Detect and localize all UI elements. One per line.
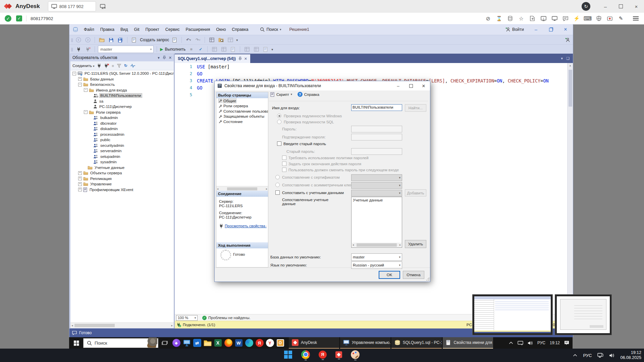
connect-dropdown[interactable]: Соединить ▾ (72, 64, 94, 68)
host-pinned-chrome[interactable] (301, 350, 310, 361)
host-pinned-paint[interactable] (351, 350, 360, 361)
feedback-icon[interactable] (565, 38, 570, 42)
draw-icon[interactable]: ✎ (618, 15, 624, 22)
tree-item[interactable]: diskadmin (70, 126, 174, 132)
disconnect-icon[interactable] (84, 46, 92, 53)
pinned-app-ybrowser[interactable]: Y (265, 337, 275, 349)
session-tab[interactable]: 808 177 902 (48, 1, 96, 11)
navigate-back-icon[interactable] (75, 36, 82, 44)
expander-icon[interactable]: + (78, 171, 82, 175)
menu-item-6[interactable]: Расширения (183, 24, 213, 35)
task-view-button[interactable] (158, 340, 171, 346)
pages-hscrollbar[interactable]: ◂▸ (216, 186, 268, 191)
results-grid-icon[interactable] (211, 46, 218, 53)
minimize-button[interactable]: – (598, 0, 613, 13)
dialog-close-button[interactable]: ✕ (417, 81, 430, 90)
tree-item[interactable]: setupadmin (70, 154, 174, 160)
confirm-password-input[interactable] (351, 134, 402, 140)
undo-icon[interactable]: ↶▾ (185, 36, 192, 44)
script-button[interactable]: Скрипт ▾ (270, 92, 292, 97)
old-password-checkbox[interactable] (277, 141, 281, 146)
sign-in-button[interactable]: Войти (505, 27, 524, 32)
dialog-page-4[interactable]: Состояние (216, 119, 268, 124)
help-button[interactable]: ? Справка (298, 92, 319, 97)
database-combobox[interactable]: master▾ (98, 46, 154, 53)
expander-icon[interactable]: − (84, 88, 88, 92)
tree-item[interactable]: +Репликация (70, 176, 174, 182)
host-pinned-yandex[interactable]: Я (319, 351, 327, 360)
search-box[interactable]: Поиск ▾ (260, 27, 281, 32)
options-grid-icon[interactable] (208, 36, 215, 44)
menu-item-4[interactable]: Проект (143, 24, 162, 35)
send-file-icon[interactable] (529, 15, 536, 22)
dialog-maximize-button[interactable] (405, 81, 417, 90)
vscrollbar-thumb[interactable] (569, 70, 572, 107)
results-text-icon[interactable] (220, 46, 227, 53)
tree-item[interactable]: processadmin (70, 132, 174, 137)
sql-auth-radio[interactable] (277, 120, 281, 124)
menu-item-7[interactable]: Окно (213, 24, 229, 35)
asym-key-combobox[interactable]: ▾ (351, 182, 402, 189)
expander-icon[interactable]: − (72, 72, 76, 75)
navigate-forward-icon[interactable] (84, 36, 92, 44)
tree-item[interactable]: −PC-111\LERS (SQL Server 12.0.2000 - PC-… (70, 71, 174, 76)
pinned-app-teamviewer[interactable]: ⇄ (192, 337, 202, 349)
tree-item[interactable]: +Базы данных (70, 76, 174, 82)
pinned-app-display[interactable] (181, 337, 192, 349)
menu-item-0[interactable]: Файл (81, 24, 97, 35)
tree-item[interactable]: serveradmin (70, 148, 174, 154)
panel-menu-icon[interactable]: ▾ (158, 56, 160, 60)
tree-item[interactable]: dbcreator (70, 121, 174, 126)
pinned-app-yandex[interactable]: Я (254, 337, 265, 349)
record-icon[interactable] (606, 15, 613, 22)
refresh-icon[interactable]: ↻ (124, 63, 127, 68)
dialog-page-0[interactable]: Общие (216, 98, 268, 104)
remote-search-input[interactable]: Поиск (83, 338, 158, 348)
execute-button[interactable]: ▶ Выполнить (160, 47, 185, 52)
old-password-input[interactable] (351, 148, 402, 155)
new-query-icon[interactable] (130, 36, 138, 44)
open-query-icon[interactable] (171, 36, 178, 44)
tree-item[interactable]: +Профилировщик XEvent (70, 187, 174, 193)
host-pinned-anydesk[interactable] (335, 351, 342, 360)
toolbar2-overflow-icon[interactable]: ▾ (271, 48, 273, 51)
dialog-minimize-button[interactable]: – (392, 81, 405, 90)
menu-item-1[interactable]: Правка (97, 24, 117, 35)
pinned-app-excel[interactable]: X (213, 337, 223, 349)
update-button[interactable]: ↻ (582, 2, 590, 11)
menu-item-2[interactable]: Вид (117, 24, 131, 35)
ok-button[interactable]: OK (379, 271, 400, 279)
comment-icon[interactable] (243, 46, 251, 53)
pin-icon[interactable] (162, 56, 166, 60)
cert-combobox[interactable]: ▾ (351, 174, 402, 181)
list-hscrollbar[interactable]: ◂▸ (352, 243, 401, 247)
password-input[interactable] (351, 126, 402, 132)
object-search-icon[interactable] (217, 36, 225, 44)
expander-icon[interactable]: + (78, 188, 82, 191)
notifications-button[interactable] (564, 341, 569, 345)
ssms-close-button[interactable]: × (558, 24, 573, 35)
taskbar-app-mmc[interactable]: Управление компью... (340, 337, 390, 349)
pinned-app-word[interactable]: W (233, 337, 244, 349)
taskbar-app-ssms[interactable]: SQLQuery1.sql - PC-1... (391, 337, 442, 349)
expiration-checkbox[interactable] (282, 162, 286, 166)
zoom-selector[interactable]: 100 %▾ (176, 315, 198, 321)
privacy-icon[interactable]: ⊘ (485, 15, 491, 22)
window-layout-icon[interactable] (227, 36, 234, 44)
oe-connect-icon[interactable] (97, 63, 101, 68)
keyboard-icon[interactable]: ⌨ (584, 15, 591, 22)
new-session-button[interactable] (100, 4, 106, 9)
host-pinned-win11[interactable] (284, 350, 292, 361)
tree-item[interactable]: public (70, 137, 174, 143)
cert-radio[interactable] (275, 175, 280, 179)
menu-item-3[interactable]: Git (131, 24, 143, 35)
tree-item[interactable]: −Безопасность (70, 82, 174, 87)
taskbar-app-anydesk[interactable]: AnyDesk (289, 337, 339, 349)
redo-icon[interactable]: ↷▾ (194, 36, 202, 44)
preview-dialog[interactable] (555, 294, 612, 335)
find-button[interactable]: Найти... (405, 104, 426, 112)
tree-item[interactable]: securityadmin (70, 143, 174, 148)
volume-icon[interactable] (528, 341, 533, 345)
maximize-button[interactable] (613, 0, 629, 13)
menu-item-8[interactable]: Справка (229, 24, 251, 35)
